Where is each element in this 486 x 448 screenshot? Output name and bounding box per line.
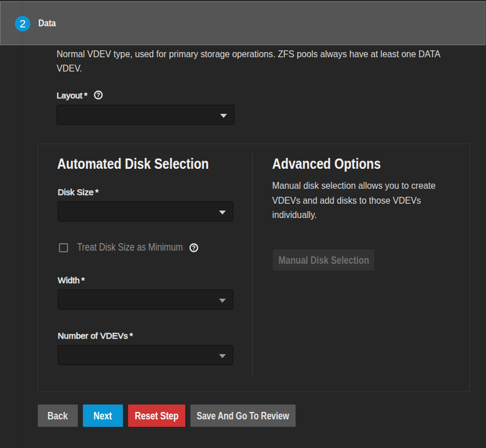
svg-text:?: ? — [97, 92, 100, 98]
svg-text:?: ? — [192, 244, 196, 251]
